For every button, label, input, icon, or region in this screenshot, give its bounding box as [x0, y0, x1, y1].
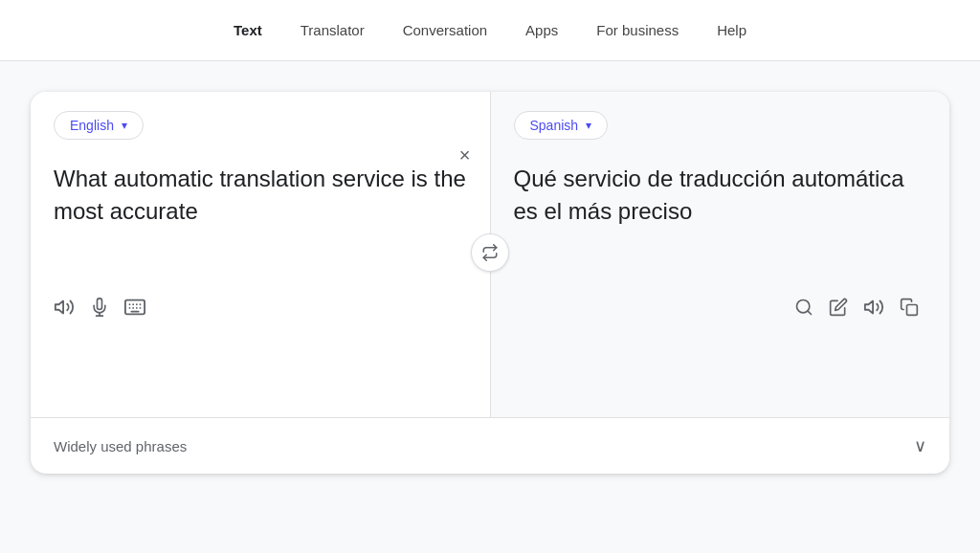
- navigation: Text Translator Conversation Apps For bu…: [0, 0, 980, 61]
- target-toolbar: [514, 289, 927, 322]
- translator-card: English ▾ What automatic translation ser…: [31, 92, 949, 474]
- swap-languages-button[interactable]: [471, 233, 509, 272]
- nav-item-for-business[interactable]: For business: [581, 14, 694, 46]
- target-search-icon[interactable]: [794, 298, 813, 321]
- main-content: English ▾ What automatic translation ser…: [0, 61, 980, 504]
- widely-used-phrases-row[interactable]: Widely used phrases ∨: [31, 418, 949, 474]
- target-speaker-icon[interactable]: [863, 297, 884, 322]
- target-text: Qué servicio de traducción automática es…: [514, 155, 927, 289]
- target-lang-chevron-icon: ▾: [586, 119, 591, 132]
- target-copy-icon[interactable]: [900, 297, 919, 322]
- svg-rect-16: [907, 305, 918, 316]
- target-panel: Spanish ▾ Qué servicio de traducción aut…: [490, 92, 950, 417]
- target-language-label: Spanish: [530, 118, 579, 133]
- nav-item-translator[interactable]: Translator: [285, 14, 380, 46]
- translation-panels: English ▾ What automatic translation ser…: [31, 92, 949, 417]
- svg-line-14: [808, 311, 812, 315]
- nav-item-text[interactable]: Text: [218, 14, 278, 46]
- source-text[interactable]: What automatic translation service is th…: [54, 155, 467, 289]
- phrases-label: Widely used phrases: [54, 438, 187, 454]
- source-toolbar: [54, 289, 467, 322]
- nav-item-help[interactable]: Help: [702, 14, 762, 46]
- svg-marker-15: [865, 301, 873, 314]
- source-speaker-icon[interactable]: [54, 297, 75, 322]
- source-language-label: English: [70, 118, 114, 133]
- source-panel: English ▾ What automatic translation ser…: [31, 92, 490, 417]
- keyboard-icon[interactable]: [124, 299, 145, 321]
- phrases-chevron-icon: ∨: [914, 435, 926, 456]
- svg-marker-0: [56, 301, 63, 314]
- target-language-selector[interactable]: Spanish ▾: [514, 111, 609, 140]
- microphone-icon[interactable]: [90, 297, 109, 322]
- source-language-selector[interactable]: English ▾: [54, 111, 144, 140]
- target-edit-icon[interactable]: [829, 298, 848, 321]
- source-lang-chevron-icon: ▾: [122, 119, 127, 132]
- nav-item-apps[interactable]: Apps: [510, 14, 573, 46]
- nav-item-conversation[interactable]: Conversation: [388, 14, 502, 46]
- clear-button[interactable]: ×: [459, 145, 471, 165]
